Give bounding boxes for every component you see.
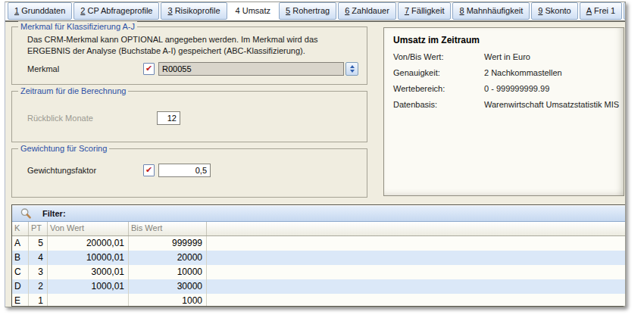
cell-k: A (12, 236, 29, 251)
info-row: Wertebereich:0 - 999999999.99 (393, 84, 624, 93)
gewichtungsfaktor-checkbox[interactable]: ✔ (143, 164, 155, 176)
info-value: Warenwirtschaft Umsatzstatistik MIS (484, 100, 619, 109)
groupbox-zeitraum: Zeitraum für die Berechnung Rückblick Mo… (11, 91, 367, 142)
cell-pt: 5 (29, 236, 48, 251)
info-row: Genauigkeit:2 Nachkommastellen (393, 68, 624, 77)
tab-label: Frei 1 (592, 6, 615, 15)
info-label: Wertebereich: (393, 84, 484, 93)
cell-von: 1000,01 (48, 279, 129, 294)
tab-fälligkeit[interactable]: 7 Fälligkeit (398, 2, 452, 20)
tab-label: Skonto (542, 6, 571, 15)
cell-filler (207, 294, 625, 307)
cell-k: D (12, 279, 29, 294)
rueckblick-monate-input[interactable] (157, 111, 180, 125)
info-panel-rows: Von/Bis Wert:Wert in EuroGenauigkeit:2 N… (384, 52, 624, 109)
tab-label: Zahldauer (349, 6, 389, 15)
cell-filler (207, 279, 625, 294)
merkmal-checkbox[interactable]: ✔ (143, 63, 155, 75)
merkmal-description: Das CRM-Merkmal kann OPTIONAL angegeben … (27, 34, 358, 57)
tab-zahldauer[interactable]: 6 Zahldauer (338, 2, 396, 20)
check-icon: ✔ (145, 64, 152, 73)
tab-risikoprofile[interactable]: 3 Risikoprofile (161, 2, 227, 20)
spinner-down-icon (350, 70, 355, 73)
groupbox-zeitraum-title: Zeitraum für die Berechnung (18, 86, 128, 96)
tab-label: Grunddaten (19, 6, 65, 15)
cell-k: B (12, 251, 29, 265)
gewichtungsfaktor-input[interactable] (158, 164, 211, 177)
groupbox-merkmal: Merkmal für Klassifizierung A-J Das CRM-… (11, 26, 367, 85)
filter-label: Filter: (42, 209, 66, 218)
cell-pt: 3 (29, 265, 48, 279)
table-row-c[interactable]: C33000,0110000 (12, 265, 625, 279)
tab-label: Risikoprofile (173, 6, 220, 15)
table-row-b[interactable]: B410000,0120000 (12, 251, 625, 265)
cell-pt: 2 (29, 279, 48, 294)
info-value: 2 Nachkommastellen (484, 68, 562, 77)
info-label: Datenbasis: (393, 100, 484, 109)
tab-label: CP Abfrageprofile (85, 6, 152, 15)
header-cell-von-wert[interactable]: Von Wert (48, 222, 129, 235)
cell-bis: 10000 (129, 265, 207, 279)
info-label: Genauigkeit: (393, 68, 484, 77)
cell-bis: 1000 (129, 294, 207, 307)
data-table: Filter: KPTVon WertBis Wert A520000,0199… (11, 204, 625, 307)
header-cell-bis-wert[interactable]: Bis Wert (129, 222, 207, 235)
cell-bis: 999999 (129, 236, 207, 251)
merkmal-spinner[interactable] (345, 62, 358, 76)
cell-filler (207, 265, 625, 279)
cell-von: 10000,01 (48, 251, 129, 265)
header-cell-filler (207, 222, 625, 235)
tab-mahnhäufigkeit[interactable]: 8 Mahnhäufigkeit (452, 2, 530, 20)
groupbox-gewichtung: Gewichtung für Scoring Gewichtungsfaktor… (11, 148, 367, 198)
cell-bis: 30000 (129, 279, 207, 294)
table-row-a[interactable]: A520000,01999999 (12, 236, 625, 251)
tab-accesskey: A (586, 6, 592, 15)
cell-filler (207, 251, 625, 265)
merkmal-label: Merkmal (27, 64, 143, 73)
tab-umsatz[interactable]: 4 Umsatz (229, 2, 277, 20)
app-window: 1 Grunddaten2 CP Abfrageprofile3 Risikop… (5, 2, 626, 307)
header-cell-pt[interactable]: PT (29, 222, 48, 235)
cell-k: E (12, 294, 29, 307)
tab-label: Fälligkeit (409, 6, 444, 15)
cell-pt: 1 (29, 294, 48, 307)
tab-skonto[interactable]: 9 Skonto (531, 2, 577, 20)
info-row: Von/Bis Wert:Wert in Euro (393, 52, 624, 61)
cell-von: 20000,01 (48, 236, 129, 251)
table-header: KPTVon WertBis Wert (12, 222, 625, 236)
groupbox-merkmal-title: Merkmal für Klassifizierung A-J (18, 21, 137, 32)
filter-bar[interactable]: Filter: (12, 205, 625, 222)
info-panel: Umsatz im Zeitraum Von/Bis Wert:Wert in … (383, 27, 624, 196)
table-body: A520000,01999999B410000,0120000C33000,01… (12, 236, 625, 307)
tab-cp-abfrageprofile[interactable]: 2 CP Abfrageprofile (73, 2, 159, 20)
cell-filler (207, 236, 625, 251)
info-row: Datenbasis:Warenwirtschaft Umsatzstatist… (393, 100, 624, 109)
cell-von: 3000,01 (48, 265, 129, 279)
check-icon: ✔ (145, 166, 152, 174)
tab-grunddaten[interactable]: 1 Grunddaten (8, 2, 72, 20)
rueckblick-monate-label: Rückblick Monate (27, 114, 143, 123)
cell-bis: 20000 (129, 251, 207, 265)
tab-bar: 1 Grunddaten2 CP Abfrageprofile3 Risikop… (5, 2, 625, 22)
spinner-up-icon (350, 65, 355, 68)
tab-label: Umsatz (240, 6, 270, 15)
header-cell-k[interactable]: K (12, 222, 29, 235)
groupbox-gewichtung-title: Gewichtung für Scoring (18, 143, 109, 154)
info-value: 0 - 999999999.99 (484, 84, 549, 93)
table-row-d[interactable]: D21000,0130000 (12, 279, 625, 294)
tab-label: Mahnhäufigkeit (464, 6, 524, 15)
search-icon (20, 207, 32, 220)
tab-rohertrag[interactable]: 5 Rohertrag (279, 2, 336, 20)
info-label: Von/Bis Wert: (393, 52, 484, 61)
tab-frei-1[interactable]: A Frei 1 (580, 2, 623, 20)
info-panel-title: Umsatz im Zeitraum (393, 35, 624, 45)
tab-frei-2[interactable]: B Frei 2 (624, 2, 626, 20)
cell-pt: 4 (29, 251, 48, 265)
tab-label: Rohertrag (290, 6, 330, 15)
merkmal-input[interactable] (158, 62, 344, 76)
cell-von (48, 294, 129, 307)
info-value: Wert in Euro (484, 52, 530, 61)
table-row-e[interactable]: E11000 (12, 294, 625, 307)
gewichtungsfaktor-label: Gewichtungsfaktor (27, 166, 143, 175)
cell-k: C (12, 265, 29, 279)
